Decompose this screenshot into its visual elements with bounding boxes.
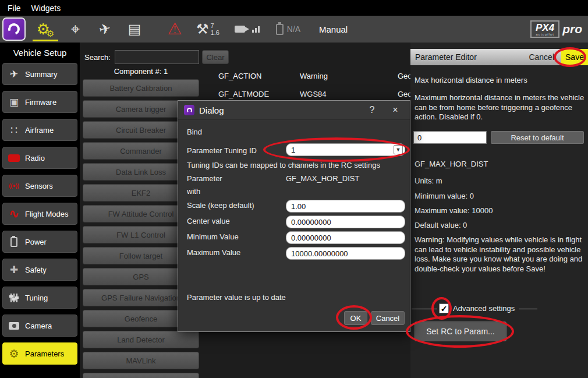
parameters-gear-icon: ⚙ — [6, 347, 22, 361]
sidebar-item-safety[interactable]: ✚ Safety — [2, 259, 77, 281]
sidebar-item-label: Parameters — [25, 349, 64, 358]
menu-bar: File Widgets — [0, 0, 588, 16]
tuning-sliders-icon — [6, 294, 22, 302]
sidebar-item-tuning[interactable]: Tuning — [2, 287, 77, 309]
paper-plane-icon: ✈ — [98, 21, 112, 37]
param-short-description: Max horizontal distance in meters — [415, 76, 527, 84]
toolbar-plan-button[interactable]: ✈ — [90, 16, 120, 43]
sidebar-item-firmware[interactable]: ▣ Firmware — [2, 91, 77, 113]
param-value-input[interactable] — [413, 131, 487, 144]
check-icon: ✓ — [441, 304, 448, 313]
toolbar-video-indicator[interactable] — [228, 16, 265, 43]
sidebar-item-label: Camera — [25, 322, 52, 330]
search-label: Search: — [84, 53, 111, 62]
param-row-gf-altmode[interactable]: GF_ALTMODE WGS84 Geo — [80, 90, 410, 99]
clear-button[interactable]: Clear — [202, 50, 229, 64]
scale-label: Scale (keep default) — [187, 201, 254, 210]
minimum-value-label: Minimum Value — [187, 232, 239, 241]
dialog-help-button[interactable]: ? — [362, 105, 382, 115]
dialog-close-button[interactable]: × — [387, 105, 404, 115]
param-long-description: Maximum horizontal distance in meters th… — [415, 93, 585, 122]
flight-modes-wave-icon: ∿ — [6, 207, 22, 221]
group-land-detector[interactable]: Land Detector — [83, 331, 199, 348]
dialog-ok-button[interactable]: OK — [344, 311, 367, 325]
center-value-label: Center value — [187, 217, 230, 225]
dialog-cancel-button[interactable]: Cancel — [371, 311, 405, 325]
vehicle-setup-sidebar: Vehicle Setup ✈ Summary ▣ Firmware ∷ Air… — [0, 43, 80, 378]
qgc-logo-icon[interactable] — [2, 17, 26, 41]
gear-small-icon: ⚙ — [47, 29, 54, 38]
sidebar-item-flight-modes[interactable]: ∿ Flight Modes — [2, 203, 77, 225]
safety-cross-icon: ✚ — [6, 264, 22, 276]
toolbar-battery-indicator[interactable]: N/A — [269, 16, 307, 43]
center-value-input[interactable] — [286, 216, 405, 228]
editor-cancel-button[interactable]: Cancel — [522, 49, 561, 65]
advanced-settings-label: Advanced settings — [453, 304, 515, 313]
tuning-id-label: Parameter Tuning ID — [187, 146, 257, 155]
sidebar-item-label: Summary — [25, 70, 58, 79]
scale-input[interactable] — [286, 200, 405, 213]
sidebar-item-summary[interactable]: ✈ Summary — [2, 63, 77, 85]
sidebar-item-label: Airframe — [25, 126, 54, 135]
minimum-value-input[interactable] — [286, 231, 405, 244]
battery-status-text: N/A — [287, 24, 300, 34]
sidebar-item-label: Tuning — [25, 294, 48, 302]
param-row-gf-action[interactable]: GF_ACTION Warning Geo — [80, 72, 410, 81]
param-value: Warning — [300, 72, 328, 80]
power-battery-icon — [6, 237, 22, 247]
sidebar-item-camera[interactable]: Camera — [2, 315, 77, 337]
chevron-down-icon[interactable]: ▼ — [394, 145, 403, 154]
sidebar-title: Vehicle Setup — [0, 43, 80, 58]
flight-mode-indicator[interactable]: Manual — [319, 24, 348, 34]
video-camera-icon — [235, 26, 245, 33]
parameter-editor-header: Parameter Editor Cancel Save — [410, 49, 588, 65]
sidebar-item-airframe[interactable]: ∷ Airframe — [2, 119, 77, 141]
sidebar-item-label: Radio — [25, 154, 45, 162]
group-mavlink[interactable]: MAVLink — [83, 352, 199, 369]
checklist-icon: ▤ — [128, 22, 141, 36]
firmware-chip-icon: ▣ — [6, 96, 22, 108]
editor-save-button[interactable]: Save — [561, 49, 588, 65]
group-partial[interactable] — [83, 373, 199, 378]
param-units-line: Units: m — [415, 176, 442, 185]
bind-label: Bind — [187, 128, 202, 136]
toolbar-gps-button[interactable]: ⌖ — [61, 16, 90, 43]
sidebar-item-sensors[interactable]: ((●)) Sensors — [2, 175, 77, 197]
toolbar-warning-indicator[interactable]: ⚠ — [158, 16, 191, 43]
tuning-id-dropdown[interactable]: 1 ▼ — [286, 143, 405, 156]
tools-version: 1.6 — [211, 29, 219, 36]
menu-widgets[interactable]: Widgets — [26, 3, 66, 13]
plane-icon: ✈ — [6, 68, 22, 80]
dialog-title-bar[interactable]: Dialog ? × — [178, 101, 410, 120]
toolbar-vehicle-setup-button[interactable]: ⚙ ⚙ — [30, 16, 61, 43]
camera-icon — [6, 322, 22, 330]
sidebar-item-label: Safety — [25, 266, 47, 274]
param-default-line: Default value: 0 — [415, 221, 467, 229]
set-rc-to-param-button[interactable]: Set RC to Param... — [415, 322, 506, 341]
reset-to-default-button[interactable]: Reset to default — [491, 131, 584, 144]
advanced-divider-right — [519, 309, 537, 309]
sensors-icon: ((●)) — [6, 183, 22, 189]
param-value: WGS84 — [300, 90, 327, 98]
tuning-id-value: 1 — [291, 146, 394, 154]
tuning-hint-text: Tuning IDs can be mapped to channels in … — [187, 161, 380, 169]
toolbar-checklist-button[interactable]: ▤ — [120, 16, 149, 43]
active-tab-underline — [33, 40, 58, 41]
signal-bars-icon — [252, 26, 260, 33]
search-input[interactable] — [115, 50, 199, 64]
advanced-settings-checkbox[interactable]: ✓ — [439, 303, 449, 313]
param-name: GF_ACTION — [218, 72, 261, 80]
dialog-param-name: GF_MAX_HOR_DIST — [286, 174, 359, 183]
param-status-text: Parameter value is up to date — [187, 293, 286, 302]
sidebar-item-power[interactable]: Power — [2, 231, 77, 253]
maximum-value-input[interactable] — [286, 247, 405, 260]
sidebar-item-radio[interactable]: Radio — [2, 147, 77, 169]
sidebar-item-parameters[interactable]: ⚙ Parameters — [2, 342, 77, 365]
rc-to-param-dialog: Dialog ? × Bind Parameter Tuning ID 1 ▼ … — [178, 100, 410, 332]
param-desc: Geo — [398, 90, 410, 98]
menu-file[interactable]: File — [2, 3, 26, 13]
toolbar-tools-indicator[interactable]: ⚒ 7 1.6 — [191, 16, 225, 43]
sidebar-item-label: Sensors — [25, 182, 53, 190]
px4-logo: PX4 autopilot pro — [530, 20, 582, 38]
parameter-label-line1: Parameter — [187, 174, 222, 183]
